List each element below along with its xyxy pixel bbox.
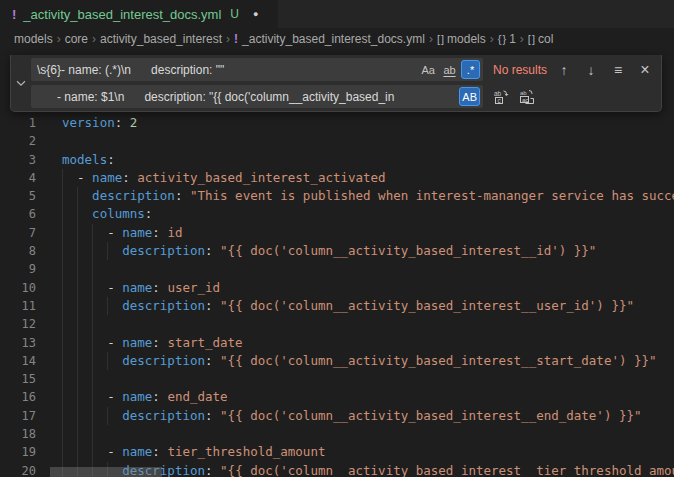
code-line[interactable]: 8 description: "{{ doc('column__activity… bbox=[0, 242, 674, 260]
breadcrumb-item[interactable]: !_activity_based_interest_docs.yml bbox=[234, 32, 425, 46]
line-number[interactable]: 6 bbox=[0, 205, 36, 223]
line-number[interactable]: 19 bbox=[0, 443, 36, 461]
indent-guide bbox=[62, 297, 63, 315]
code-line[interactable]: 13 - name: start_date bbox=[0, 334, 674, 352]
line-number[interactable]: 3 bbox=[0, 151, 36, 169]
line-number[interactable]: 12 bbox=[0, 315, 36, 333]
indent-guide bbox=[62, 260, 63, 278]
toggle-replace-button[interactable] bbox=[11, 55, 31, 111]
whole-word-button[interactable]: ab bbox=[440, 60, 459, 79]
code-line[interactable]: 19 - name: tier_threshold_amount bbox=[0, 443, 674, 461]
indent-guide bbox=[77, 297, 78, 315]
code-line[interactable]: 9 bbox=[0, 260, 674, 278]
editor[interactable]: 1version: 223models:4 - name: activity_b… bbox=[0, 50, 674, 477]
line-number[interactable]: 13 bbox=[0, 334, 36, 352]
indent-guide bbox=[62, 443, 63, 461]
code-line[interactable]: 12 bbox=[0, 315, 674, 333]
code-line[interactable]: 4 - name: activity_based_interest_activa… bbox=[0, 169, 674, 187]
breadcrumb-separator: › bbox=[429, 32, 433, 46]
breadcrumb-item[interactable]: { }1 bbox=[498, 32, 516, 46]
line-number[interactable]: 11 bbox=[0, 297, 36, 315]
line-number[interactable]: 18 bbox=[0, 425, 36, 443]
line-number[interactable]: 20 bbox=[0, 462, 36, 477]
indent-guide bbox=[92, 352, 93, 370]
line-number[interactable]: 14 bbox=[0, 352, 36, 370]
indent-guide bbox=[107, 352, 108, 370]
modified-indicator-dot[interactable]: ● bbox=[253, 9, 258, 19]
replace-icon: ab c bbox=[493, 89, 509, 105]
code-line[interactable]: 17 description: "{{ doc('column__activit… bbox=[0, 407, 674, 425]
find-replace-widget: \s{6}- name: (.*)\n description: "" Aa a… bbox=[10, 55, 662, 112]
indent-guide bbox=[77, 224, 78, 242]
line-number[interactable]: 8 bbox=[0, 242, 36, 260]
replace-input[interactable]: - name: $1\n description: "{{ doc('colum… bbox=[31, 85, 483, 108]
breadcrumb-label: activity_based_interest bbox=[100, 32, 222, 46]
code-line[interactable]: 3models: bbox=[0, 151, 674, 169]
line-number[interactable]: 16 bbox=[0, 388, 36, 406]
horizontal-scrollbar[interactable] bbox=[50, 467, 162, 477]
replace-all-icon-button[interactable]: ab ac bbox=[517, 87, 537, 107]
yaml-file-icon: ! bbox=[12, 7, 16, 22]
code-line[interactable]: 10 - name: user_id bbox=[0, 279, 674, 297]
code-line[interactable]: 18 bbox=[0, 425, 674, 443]
find-input[interactable]: \s{6}- name: (.*)\n description: "" Aa a… bbox=[31, 58, 483, 81]
indent-guide bbox=[62, 352, 63, 370]
code-line[interactable]: 11 description: "{{ doc('column__activit… bbox=[0, 297, 674, 315]
svg-text:ab: ab bbox=[494, 89, 502, 96]
code-line[interactable]: 6 columns: bbox=[0, 205, 674, 223]
code-line[interactable]: 15 bbox=[0, 370, 674, 388]
indent-guide bbox=[92, 279, 93, 297]
indent-guide bbox=[77, 315, 78, 333]
indent-guide bbox=[62, 370, 63, 388]
code-line[interactable]: 16 - name: end_date bbox=[0, 388, 674, 406]
breadcrumb-item[interactable]: [ ]col bbox=[528, 32, 554, 46]
indent-guide bbox=[62, 224, 63, 242]
line-number[interactable]: 7 bbox=[0, 224, 36, 242]
find-results-count: No results bbox=[493, 63, 547, 77]
breadcrumb-separator: › bbox=[92, 32, 96, 46]
indent-guide bbox=[62, 388, 63, 406]
preserve-case-button[interactable]: AB bbox=[459, 87, 480, 106]
line-number[interactable]: 9 bbox=[0, 260, 36, 278]
tab-activity-based-interest-docs[interactable]: ! _activity_based_interest_docs.yml U ● bbox=[0, 0, 278, 28]
indent-guide bbox=[77, 260, 78, 278]
indent-guide bbox=[92, 242, 93, 260]
indent-guide bbox=[92, 224, 93, 242]
indent-guide bbox=[107, 297, 108, 315]
indent-guide bbox=[77, 205, 78, 223]
regex-button[interactable]: .* bbox=[461, 60, 480, 79]
breadcrumb-label: 1 bbox=[509, 32, 516, 46]
find-in-selection-icon: ≡ bbox=[614, 62, 622, 78]
match-case-button[interactable]: Aa bbox=[419, 60, 438, 79]
indent-guide bbox=[77, 279, 78, 297]
line-number[interactable]: 15 bbox=[0, 370, 36, 388]
code-line[interactable]: 14 description: "{{ doc('column__activit… bbox=[0, 352, 674, 370]
find-input-value: \s{6}- name: (.*)\n description: "" bbox=[37, 63, 419, 77]
replace-button[interactable]: ab c bbox=[491, 87, 511, 107]
next-match-button[interactable]: ↓ bbox=[581, 60, 601, 80]
code-line[interactable]: 7 - name: id bbox=[0, 224, 674, 242]
line-number[interactable]: 4 bbox=[0, 169, 36, 187]
breadcrumb-separator: › bbox=[57, 32, 61, 46]
line-number[interactable]: 10 bbox=[0, 279, 36, 297]
code-line[interactable]: 5 description: "This event is published … bbox=[0, 187, 674, 205]
breadcrumb-label: _activity_based_interest_docs.yml bbox=[242, 32, 425, 46]
replace-input-value: - name: $1\n description: "{{ doc('colum… bbox=[37, 90, 459, 104]
breadcrumb-item[interactable]: activity_based_interest bbox=[100, 32, 222, 46]
line-number[interactable]: 1 bbox=[0, 114, 36, 132]
indent-guide bbox=[62, 425, 63, 443]
code-line[interactable]: 1version: 2 bbox=[0, 114, 674, 132]
line-number[interactable]: 5 bbox=[0, 187, 36, 205]
indent-guide bbox=[92, 407, 93, 425]
breadcrumb-item[interactable]: core bbox=[65, 32, 88, 46]
git-status-badge: U bbox=[230, 7, 239, 21]
code-area[interactable]: 1version: 223models:4 - name: activity_b… bbox=[0, 114, 674, 477]
code-line[interactable]: 2 bbox=[0, 132, 674, 150]
previous-match-button[interactable]: ↑ bbox=[554, 60, 574, 80]
find-in-selection-button[interactable]: ≡ bbox=[608, 60, 628, 80]
breadcrumb-item[interactable]: [ ]models bbox=[437, 32, 486, 46]
breadcrumb-item[interactable]: models bbox=[14, 32, 53, 46]
line-number[interactable]: 2 bbox=[0, 132, 36, 150]
close-find-widget-button[interactable]: × bbox=[635, 60, 655, 80]
line-number[interactable]: 17 bbox=[0, 407, 36, 425]
